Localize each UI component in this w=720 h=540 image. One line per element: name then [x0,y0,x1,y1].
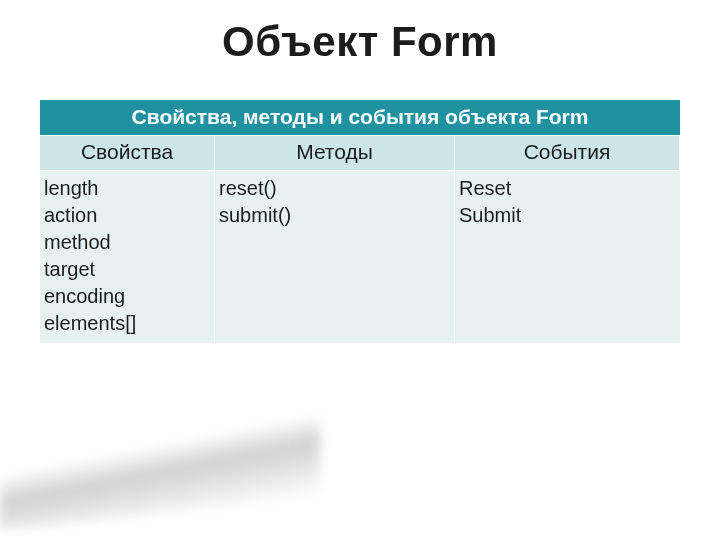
decorative-shadow [0,386,320,530]
cell-events: Reset Submit [455,171,680,343]
page-title: Объект Form [0,18,720,66]
cell-methods: reset() submit() [215,171,455,343]
column-header-events: События [455,136,680,171]
column-header-properties: Свойства [40,136,215,171]
column-header-methods: Методы [215,136,455,171]
cell-properties: length action method target encoding ele… [40,171,215,343]
form-object-table: Свойства, методы и события объекта Form … [40,100,680,343]
table-header: Свойства, методы и события объекта Form [40,100,680,136]
